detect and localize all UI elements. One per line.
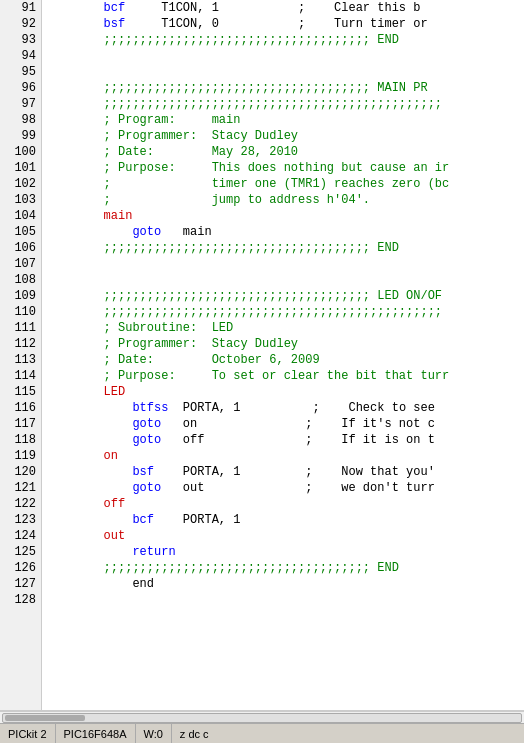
code-line: ;;;;;;;;;;;;;;;;;;;;;;;;;;;;;;;;;;;;; LE…: [46, 288, 524, 304]
code-line: [46, 64, 524, 80]
code-line: ; timer one (TMR1) reaches zero (bc: [46, 176, 524, 192]
code-line: ; Date: May 28, 2010: [46, 144, 524, 160]
line-number: 114: [0, 368, 41, 384]
line-number: 97: [0, 96, 41, 112]
code-line: ; Programmer: Stacy Dudley: [46, 128, 524, 144]
line-number: 96: [0, 80, 41, 96]
code-line: [46, 256, 524, 272]
line-number: 95: [0, 64, 41, 80]
scrollbar-track[interactable]: [2, 713, 522, 723]
line-number: 124: [0, 528, 41, 544]
code-line: ; Purpose: This does nothing but cause a…: [46, 160, 524, 176]
code-line: bcf PORTA, 1: [46, 512, 524, 528]
line-number: 123: [0, 512, 41, 528]
line-number: 101: [0, 160, 41, 176]
code-line: ; Purpose: To set or clear the bit that …: [46, 368, 524, 384]
line-number: 110: [0, 304, 41, 320]
code-line: goto off ; If it is on t: [46, 432, 524, 448]
line-number: 106: [0, 240, 41, 256]
line-number: 115: [0, 384, 41, 400]
line-number: 126: [0, 560, 41, 576]
line-number: 94: [0, 48, 41, 64]
line-number: 125: [0, 544, 41, 560]
line-number: 104: [0, 208, 41, 224]
code-line: ;;;;;;;;;;;;;;;;;;;;;;;;;;;;;;;;;;;;; MA…: [46, 80, 524, 96]
line-number: 103: [0, 192, 41, 208]
line-number: 105: [0, 224, 41, 240]
editor-area: 9192939495969798991001011021031041051061…: [0, 0, 524, 711]
code-line: off: [46, 496, 524, 512]
line-number: 109: [0, 288, 41, 304]
code-line: bsf PORTA, 1 ; Now that you': [46, 464, 524, 480]
line-number: 91: [0, 0, 41, 16]
line-number: 120: [0, 464, 41, 480]
line-number: 127: [0, 576, 41, 592]
code-line: goto out ; we don't turr: [46, 480, 524, 496]
code-line: [46, 272, 524, 288]
line-number: 118: [0, 432, 41, 448]
line-number: 99: [0, 128, 41, 144]
scrollbar-thumb[interactable]: [5, 715, 85, 721]
status-bar: PICkit 2 PIC16F648A W:0 z dc c: [0, 723, 524, 743]
status-device: PIC16F648A: [56, 724, 136, 743]
code-line: ; Programmer: Stacy Dudley: [46, 336, 524, 352]
code-line: end: [46, 576, 524, 592]
line-number: 92: [0, 16, 41, 32]
code-line: [46, 48, 524, 64]
status-project: PICkit 2: [0, 724, 56, 743]
line-number: 113: [0, 352, 41, 368]
line-number: 102: [0, 176, 41, 192]
code-line: btfss PORTA, 1 ; Check to see: [46, 400, 524, 416]
line-number: 112: [0, 336, 41, 352]
line-number: 93: [0, 32, 41, 48]
code-line: ;;;;;;;;;;;;;;;;;;;;;;;;;;;;;;;;;;;;;;;;…: [46, 304, 524, 320]
status-position: W:0: [136, 724, 172, 743]
line-number: 119: [0, 448, 41, 464]
code-line: ; Date: October 6, 2009: [46, 352, 524, 368]
code-line: ;;;;;;;;;;;;;;;;;;;;;;;;;;;;;;;;;;;;;;;;…: [46, 96, 524, 112]
status-mode: z dc c: [172, 724, 217, 743]
line-number: 108: [0, 272, 41, 288]
code-line: bcf T1CON, 1 ; Clear this b: [46, 0, 524, 16]
code-line: goto main: [46, 224, 524, 240]
line-number: 111: [0, 320, 41, 336]
code-line: [46, 592, 524, 608]
code-line: ;;;;;;;;;;;;;;;;;;;;;;;;;;;;;;;;;;;;; EN…: [46, 240, 524, 256]
line-number: 128: [0, 592, 41, 608]
code-line: on: [46, 448, 524, 464]
code-line: main: [46, 208, 524, 224]
line-number: 117: [0, 416, 41, 432]
code-line: ;;;;;;;;;;;;;;;;;;;;;;;;;;;;;;;;;;;;; EN…: [46, 560, 524, 576]
line-number: 116: [0, 400, 41, 416]
line-number: 122: [0, 496, 41, 512]
code-line: return: [46, 544, 524, 560]
code-line: bsf T1CON, 0 ; Turn timer or: [46, 16, 524, 32]
code-line: ; jump to address h'04'.: [46, 192, 524, 208]
code-line: out: [46, 528, 524, 544]
code-line: ; Program: main: [46, 112, 524, 128]
line-number: 107: [0, 256, 41, 272]
horizontal-scrollbar[interactable]: [0, 711, 524, 723]
line-number: 98: [0, 112, 41, 128]
code-line: LED: [46, 384, 524, 400]
code-line: goto on ; If it's not c: [46, 416, 524, 432]
code-line: ;;;;;;;;;;;;;;;;;;;;;;;;;;;;;;;;;;;;; EN…: [46, 32, 524, 48]
code-line: ; Subroutine: LED: [46, 320, 524, 336]
code-area[interactable]: bcf T1CON, 1 ; Clear this b bsf T1CON, 0…: [42, 0, 524, 710]
line-number: 100: [0, 144, 41, 160]
line-number: 121: [0, 480, 41, 496]
line-numbers: 9192939495969798991001011021031041051061…: [0, 0, 42, 710]
